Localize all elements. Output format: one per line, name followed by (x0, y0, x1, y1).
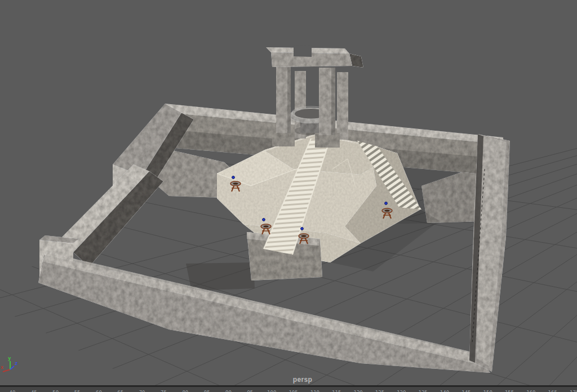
locator-marker-4[interactable] (385, 202, 388, 205)
locator-marker-3[interactable] (301, 228, 304, 230)
perspective-viewport[interactable]: x y z persp (0, 0, 577, 385)
camera-name-label: persp (293, 376, 313, 384)
canopy-column-back-right[interactable] (337, 72, 348, 140)
interior-shadow-front (186, 262, 255, 291)
locator-marker-1[interactable] (232, 176, 235, 179)
locator-marker-2[interactable] (263, 219, 265, 221)
axis-y-label: y (8, 355, 11, 361)
viewport-canvas[interactable]: x y z (0, 0, 577, 385)
lintel-notch (294, 45, 312, 57)
axis-x-label: x (1, 364, 4, 370)
maya-3d-viewport-window: { "viewport": { "camera_label": "persp",… (0, 0, 577, 392)
axis-z-label: z (15, 360, 17, 366)
time-slider[interactable]: 4045505560657075808590951001051101151201… (0, 385, 577, 392)
